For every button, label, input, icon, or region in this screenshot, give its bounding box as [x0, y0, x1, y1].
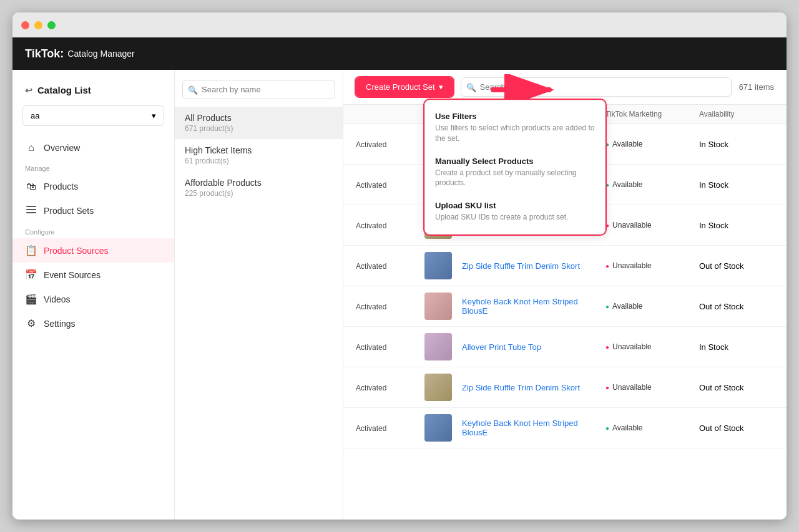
sidebar-item-label: Settings [44, 319, 76, 329]
dropdown-item-title: Manually Select Products [435, 157, 595, 166]
table-row[interactable]: Activated Zip Side Ruffle Trim Denim Sko… [343, 367, 787, 408]
table-row[interactable]: Activated Keyhole Back Knot Hem Striped … [343, 286, 787, 327]
product-thumbnail [424, 252, 452, 279]
videos-icon: 🎬 [25, 293, 37, 305]
product-set-search-box: 🔍 [182, 80, 335, 99]
svg-rect-2 [26, 212, 36, 213]
catalog-list-label: Catalog List [37, 85, 91, 95]
sidebar-item-product-sets[interactable]: Product Sets [12, 198, 174, 223]
create-product-set-label: Create Product Set [366, 82, 435, 92]
catalog-dropdown[interactable]: aa ▾ [22, 105, 164, 126]
availability-value: Out of Stock [699, 383, 744, 392]
availability-value: In Stock [699, 342, 728, 352]
tiktok-status: ● Available [605, 302, 699, 311]
available-dot-icon: ● [605, 303, 609, 310]
status-badge: Activated [356, 424, 386, 433]
available-dot-icon: ● [605, 181, 609, 188]
tiktok-status: ● Available [605, 180, 699, 189]
tiktok-marketing-value: Unavailable [612, 221, 652, 230]
table-row[interactable]: Activated Zip Side Ruffle Trim Denim Sko… [343, 246, 787, 286]
availability-value: In Stock [699, 221, 728, 230]
product-name-link[interactable]: Keyhole Back Knot Hem Striped BlousE [462, 418, 578, 437]
maximize-dot[interactable] [47, 21, 56, 29]
back-button[interactable]: ↩ Catalog List [12, 80, 174, 100]
left-panel: 🔍 All Products 671 product(s) High Ticke… [175, 70, 343, 520]
sidebar-item-event-sources[interactable]: 📅 Event Sources [12, 263, 174, 287]
sidebar-item-overview[interactable]: ⌂ Overview [12, 136, 174, 160]
sidebar-item-product-sources[interactable]: 📋 Product Sources [12, 238, 174, 263]
product-name-link[interactable]: Zip Side Ruffle Trim Denim Skort [462, 383, 580, 392]
tiktok-marketing-value: Available [612, 423, 642, 432]
product-sets-icon [25, 205, 37, 217]
brand-subtitle: Catalog Manager [67, 49, 134, 59]
tiktok-status: ● Unavailable [605, 383, 699, 392]
close-dot[interactable] [21, 21, 29, 29]
event-sources-icon: 📅 [25, 269, 37, 281]
availability-value: Out of Stock [699, 423, 744, 433]
tiktok-marketing-value: Unavailable [612, 261, 652, 270]
product-set-high-ticket[interactable]: High Ticket Items 61 product(s) [175, 139, 343, 172]
minimize-dot[interactable] [34, 21, 42, 29]
status-badge: Activated [356, 302, 386, 311]
dropdown-item-desc: Create a product set by manually selecti… [435, 168, 595, 189]
product-set-search-input[interactable] [182, 80, 335, 99]
dropdown-manually-select[interactable]: Manually Select Products Create a produc… [425, 150, 605, 195]
unavailable-dot-icon: ● [605, 263, 609, 269]
product-name-link[interactable]: Zip Side Ruffle Trim Denim Skort [462, 261, 580, 271]
tiktok-marketing-value: Available [612, 302, 642, 311]
tiktok-status: ● Available [605, 140, 699, 148]
sidebar-item-videos[interactable]: 🎬 Videos [12, 287, 174, 311]
dropdown-item-title: Use Filters [435, 112, 595, 121]
status-badge: Activated [356, 262, 386, 271]
unavailable-dot-icon: ● [605, 344, 609, 351]
home-icon: ⌂ [25, 142, 37, 153]
create-product-set-dropdown: Use Filters Use filters to select which … [424, 100, 605, 235]
unavailable-dot-icon: ● [605, 384, 609, 391]
status-badge: Activated [356, 384, 386, 392]
products-icon: 🛍 [25, 181, 37, 192]
product-thumbnail [424, 374, 452, 401]
product-sources-icon: 📋 [25, 244, 37, 256]
table-row[interactable]: Activated Keyhole Back Knot Hem Striped … [343, 408, 787, 448]
chevron-down-icon: ▾ [152, 111, 156, 120]
table-row[interactable]: Activated Allover Print Tube Top ● Unava… [343, 327, 787, 367]
search-icon: 🔍 [466, 82, 476, 92]
availability-value: Out of Stock [699, 261, 744, 271]
product-set-affordable[interactable]: Affordable Products 225 product(s) [175, 172, 343, 204]
product-set-name: Affordable Products [185, 178, 333, 188]
product-name-link[interactable]: Keyhole Back Knot Hem Striped BlousE [462, 297, 578, 316]
product-set-count: 671 product(s) [185, 124, 333, 133]
availability-value: Out of Stock [699, 302, 744, 311]
manage-section-label: Manage [12, 160, 174, 175]
dropdown-upload-sku[interactable]: Upload SKU list Upload SKU IDs to create… [425, 195, 605, 229]
product-set-count: 225 product(s) [185, 189, 333, 198]
sidebar-item-label: Product Sources [44, 246, 109, 256]
product-set-all-products[interactable]: All Products 671 product(s) [175, 107, 343, 139]
brand-tiktok: TikTok: [25, 47, 64, 60]
product-set-count: 61 product(s) [185, 157, 333, 165]
chevron-down-icon: ▾ [439, 82, 443, 92]
availability-column-header: Availability [699, 110, 774, 118]
available-dot-icon: ● [605, 425, 609, 432]
unavailable-dot-icon: ● [605, 222, 609, 229]
dropdown-use-filters[interactable]: Use Filters Use filters to select which … [425, 105, 605, 150]
sidebar-item-label: Overview [44, 143, 80, 153]
sidebar-item-settings[interactable]: ⚙ Settings [12, 311, 174, 336]
content-area: 🔍 All Products 671 product(s) High Ticke… [175, 70, 787, 520]
topbar: TikTok: Catalog Manager [12, 37, 787, 70]
configure-section-label: Configure [12, 223, 174, 238]
create-product-set-button[interactable]: Create Product Set ▾ [356, 77, 453, 97]
product-name-link[interactable]: Allover Print Tube Top [462, 342, 541, 352]
right-search-input[interactable] [461, 77, 732, 97]
titlebar [12, 12, 787, 37]
product-thumbnail [424, 293, 452, 320]
dropdown-item-desc: Upload SKU IDs to create a product set. [435, 212, 595, 223]
product-thumbnail [424, 414, 452, 442]
tiktok-status: ● Unavailable [605, 261, 699, 270]
brand: TikTok: Catalog Manager [25, 47, 135, 60]
tiktok-marketing-value: Available [612, 180, 642, 189]
sidebar-item-label: Event Sources [44, 270, 100, 280]
sidebar: ↩ Catalog List aa ▾ ⌂ Overview Manage 🛍 … [12, 70, 175, 520]
dropdown-item-title: Upload SKU list [435, 201, 595, 210]
sidebar-item-products[interactable]: 🛍 Products [12, 175, 174, 198]
